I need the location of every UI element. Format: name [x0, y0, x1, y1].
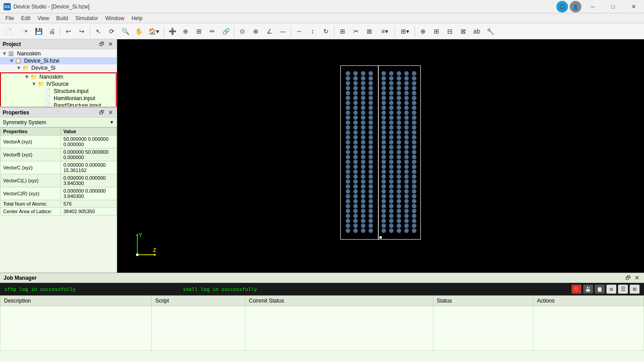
tree-item-ivsource[interactable]: ▼ 📁 IVSource: [1, 80, 116, 88]
toolbar-pencil-btn[interactable]: ✏: [206, 25, 219, 38]
close-button[interactable]: ✕: [623, 0, 644, 13]
toolbar-mirror-btn[interactable]: ↔: [293, 25, 305, 38]
properties-panel-restore-btn[interactable]: 🗗: [98, 109, 105, 116]
toolbar-wrap-btn[interactable]: ⊠: [363, 25, 376, 38]
svg-point-215: [389, 150, 394, 154]
toolbar-flip-btn[interactable]: ↕: [306, 25, 319, 38]
svg-point-33: [369, 105, 373, 110]
minimize-button[interactable]: ─: [582, 0, 603, 13]
toolbar-rotatex-btn[interactable]: ↻: [320, 25, 332, 38]
svg-point-71: [353, 155, 358, 159]
toolbar-net-btn[interactable]: ⊕: [417, 25, 429, 38]
svg-point-197: [404, 130, 409, 135]
svg-point-183: [412, 115, 416, 120]
log-save-btn[interactable]: 💾: [583, 285, 593, 294]
toolbar-pan-btn[interactable]: ✋: [132, 25, 145, 38]
tree-toggle[interactable]: ▼: [23, 74, 30, 80]
svg-point-296: [397, 228, 401, 233]
svg-point-167: [404, 101, 409, 105]
svg-point-259: [381, 194, 386, 198]
left-panels: Project 🗗 ✕ ▼ 🏢 Nanoskim ▼: [0, 39, 117, 273]
toolbar-select-btn[interactable]: ↖: [92, 25, 105, 38]
toolbar-zoom-btn[interactable]: 🔍: [119, 25, 131, 38]
symmetry-system-dropdown[interactable]: Symmetry System: [0, 118, 117, 127]
svg-point-75: [353, 160, 358, 164]
log-settings-btn[interactable]: ⚙: [606, 285, 616, 294]
toolbar-save-btn[interactable]: 💾: [32, 25, 45, 38]
toolbar-supercell-btn[interactable]: ⊞: [336, 25, 349, 38]
menu-edit[interactable]: Edit: [17, 14, 34, 22]
svg-point-293: [412, 223, 416, 228]
toolbar-cut-btn[interactable]: ✂: [350, 25, 362, 38]
toolbar-settings-btn[interactable]: 🔧: [484, 25, 496, 38]
toolbar-print-btn[interactable]: 🖨: [46, 25, 58, 38]
tree-item-hamiltonian-input[interactable]: ▶ 📄 Hamiltonian.input: [1, 95, 116, 102]
tree-item-nanoskim-root[interactable]: ▼ 🏢 Nanoskim: [0, 50, 117, 57]
toolbar-links-btn[interactable]: ⊟: [444, 25, 456, 38]
svg-point-86: [346, 174, 350, 179]
toolbar-connect-btn[interactable]: ⊠: [457, 25, 470, 38]
toolbar-redo-btn[interactable]: ↪: [76, 25, 88, 38]
toolbar-script-btn[interactable]: ab: [470, 25, 483, 38]
job-manager-restore-btn[interactable]: 🗗: [624, 274, 631, 282]
toolbar-add-btn[interactable]: ➕: [166, 25, 178, 38]
job-manager-close-btn[interactable]: ✕: [633, 274, 640, 282]
tree-item-device-si-hzw[interactable]: ▼ 📋 Device_Si.hzw: [0, 57, 117, 64]
svg-point-186: [397, 120, 401, 125]
svg-point-297: [404, 228, 409, 233]
log-red-btn[interactable]: 🔴: [572, 285, 581, 294]
toolbar-new-btn[interactable]: 📄: [2, 25, 14, 38]
log-copy-btn[interactable]: 📋: [595, 285, 605, 294]
svg-point-235: [389, 169, 394, 174]
project-panel-close-btn[interactable]: ✕: [107, 41, 114, 48]
svg-point-218: [412, 150, 416, 154]
toolbar-bond-btn[interactable]: —: [276, 25, 289, 38]
svg-point-255: [389, 189, 394, 194]
job-table-area: Description Script Commit Status Status …: [0, 295, 644, 362]
menu-build[interactable]: Build: [53, 14, 72, 22]
toolbar-lattice-btn[interactable]: ⊞: [193, 25, 205, 38]
toolbar-undo-btn[interactable]: ↩: [62, 25, 75, 38]
properties-panel-close-btn[interactable]: ✕: [107, 109, 114, 116]
tree-toggle[interactable]: ▼: [15, 65, 22, 71]
canvas-area[interactable]: // This is SVG content, atoms as circles: [117, 39, 644, 273]
svg-point-139: [381, 76, 386, 80]
tree-item-device-si-folder[interactable]: ▼ 📁 Device_Si: [0, 64, 117, 72]
toolbar-chain-btn[interactable]: 🔗: [220, 25, 232, 38]
toolbar-angle-btn[interactable]: ∠: [263, 25, 275, 38]
menu-view[interactable]: View: [34, 14, 53, 22]
tree-toggle[interactable]: ▼: [30, 81, 38, 87]
toolbar-view-btn[interactable]: ≡▾: [377, 25, 393, 38]
toolbar-nodes-btn[interactable]: ⊞: [430, 25, 443, 38]
tree-item-structure-input[interactable]: ▶ 📄 Structure.input: [1, 88, 116, 95]
svg-point-285: [389, 219, 394, 223]
tree-toggle[interactable]: ▼: [1, 51, 8, 57]
menu-help[interactable]: Help: [128, 14, 146, 22]
log-extra-btn[interactable]: ⊞: [630, 285, 640, 294]
tree-toggle[interactable]: ▼: [8, 58, 15, 64]
toolbar-rotate-btn[interactable]: ⟳: [106, 25, 118, 38]
headset-icon[interactable]: 🎧: [556, 1, 568, 13]
tree-item-nanoskim-sub[interactable]: ▼ 📁 Nanoskim: [1, 73, 116, 80]
log-more-btn[interactable]: ☰: [618, 285, 628, 294]
tree-item-bandstructure-input[interactable]: ▶ 📄 BandStructure.input: [1, 102, 116, 106]
toolbar-atom-btn[interactable]: ⊕: [179, 25, 192, 38]
menu-simulator[interactable]: Simulator: [72, 14, 102, 22]
svg-point-104: [361, 194, 365, 198]
toolbar-new-dropdown-btn[interactable]: 📄▾: [15, 25, 31, 38]
svg-point-223: [412, 155, 416, 159]
toolbar-home-btn[interactable]: 🏠▾: [146, 25, 162, 38]
project-panel-restore-btn[interactable]: 🗗: [98, 41, 105, 48]
svg-point-36: [361, 110, 365, 115]
user-avatar-icon[interactable]: 👤: [570, 1, 581, 13]
toolbar-axes-btn[interactable]: ⊞▾: [397, 25, 413, 38]
maximize-button[interactable]: □: [603, 0, 623, 13]
toolbar-dist-btn[interactable]: ⊗: [250, 25, 262, 38]
svg-point-156: [397, 91, 401, 95]
menu-window[interactable]: Window: [102, 14, 128, 22]
svg-point-2: [346, 71, 350, 76]
project-icon: 🏢: [8, 51, 16, 57]
toolbar-frag-btn[interactable]: ⊙: [236, 25, 249, 38]
menu-file[interactable]: File: [2, 14, 17, 22]
svg-point-14: [346, 86, 350, 90]
